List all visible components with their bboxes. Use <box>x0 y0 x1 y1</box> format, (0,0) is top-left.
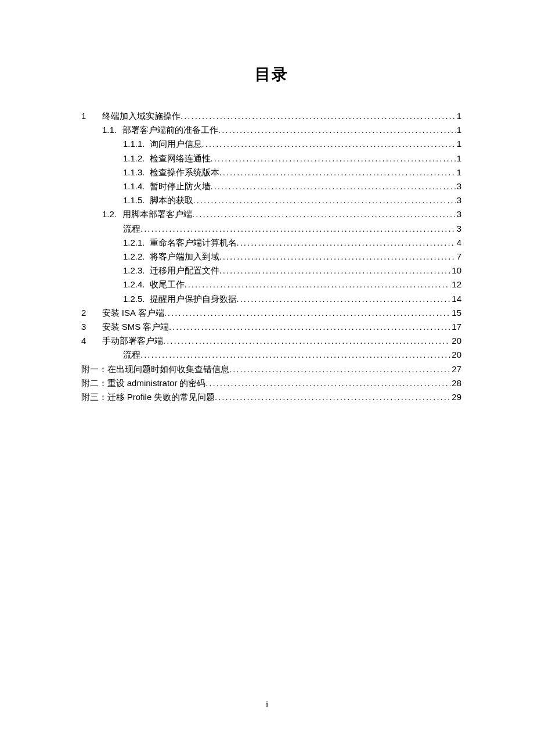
toc-leader-dots <box>205 376 450 390</box>
toc-entry[interactable]: 附三：迁移 Profile 失败的常见问题29 <box>81 390 461 404</box>
toc-entry-number: 1.2. <box>102 207 117 221</box>
toc-leader-dots <box>215 390 450 404</box>
toc-entry-page: 20 <box>450 334 461 348</box>
toc-entry-page: 15 <box>450 306 461 320</box>
toc-entry-page: 3 <box>456 222 461 236</box>
toc-entry-page: 1 <box>456 109 461 123</box>
toc-entry-number: 附三： <box>81 390 107 404</box>
toc-entry[interactable]: 1.2.4.收尾工作12 <box>81 278 461 291</box>
toc-entry[interactable]: 1.1.1.询问用户信息1 <box>81 137 461 151</box>
toc-entry[interactable]: 1终端加入域实施操作1 <box>81 109 461 123</box>
toc-leader-dots <box>192 207 456 221</box>
toc-entry[interactable]: 1.1.4.暂时停止防火墙3 <box>81 179 461 193</box>
toc-entry-label: 在出现问题时如何收集查错信息 <box>107 362 229 376</box>
toc-leader-dots <box>218 123 456 137</box>
toc-entry[interactable]: 1.2.1.重命名客户端计算机名4 <box>81 236 461 250</box>
toc-entry-page: 7 <box>456 250 461 264</box>
toc-entry-page: 28 <box>450 376 461 390</box>
toc-entry-page: 1 <box>456 123 461 137</box>
toc-entry-label: 收尾工作 <box>150 278 185 291</box>
toc-entry-page: 1 <box>456 165 461 179</box>
toc-entry-label: 部署客户端前的准备工作 <box>122 123 218 137</box>
toc-entry-number: 附一： <box>81 362 107 376</box>
document-page: 目录 1终端加入域实施操作11.1.部署客户端前的准备工作11.1.1.询问用户… <box>0 0 534 756</box>
toc-entry-number: 1.2.4. <box>123 278 145 291</box>
toc-entry-label: 流程 <box>123 222 140 236</box>
toc-entry-label: 脚本的获取 <box>150 193 193 207</box>
toc-entry-number: 1.1.4. <box>123 179 145 193</box>
toc-leader-dots <box>164 306 451 320</box>
toc-entry-number: 1.1.1. <box>123 137 145 151</box>
toc-entry-label: 提醒用户保护自身数据 <box>150 292 237 306</box>
toc-entry-number: 1.1.5. <box>123 193 145 207</box>
toc-entry-label: 用脚本部署客户端 <box>122 207 192 221</box>
toc-entry-label: 询问用户信息 <box>150 137 202 151</box>
toc-entry-number: 1.2.2. <box>123 250 145 264</box>
toc-entry[interactable]: 1.1.3.检查操作系统版本1 <box>81 165 461 179</box>
toc-entry-page: 10 <box>450 264 461 278</box>
toc-entry-page: 3 <box>456 179 461 193</box>
toc-leader-dots <box>211 152 456 165</box>
toc-entry[interactable]: 1.2.3.迁移用户配置文件10 <box>81 264 461 278</box>
toc-entry-page: 17 <box>450 320 461 334</box>
toc-entry[interactable]: 1.2.5.提醒用户保护自身数据14 <box>81 292 461 306</box>
toc-leader-dots <box>229 362 450 376</box>
toc-entry-page: 20 <box>450 348 461 362</box>
toc-entry-number: 1.2.5. <box>123 292 145 306</box>
toc-entry[interactable]: 流程20 <box>81 348 461 362</box>
toc-leader-dots <box>211 179 456 193</box>
toc-leader-dots <box>193 193 456 207</box>
toc-entry[interactable]: 2安装 ISA 客户端15 <box>81 306 461 320</box>
toc-entry[interactable]: 1.2.2.将客户端加入到域7 <box>81 250 461 264</box>
toc-entry-label: 迁移用户配置文件 <box>150 264 219 278</box>
toc-leader-dots <box>219 264 451 278</box>
toc-leader-dots <box>219 250 456 264</box>
toc-entry[interactable]: 流程3 <box>81 222 461 236</box>
toc-entry[interactable]: 4手动部署客户端20 <box>81 334 461 348</box>
toc-entry-number: 附二： <box>81 376 107 390</box>
toc-leader-dots <box>202 137 456 151</box>
toc-entry-page: 1 <box>456 152 461 165</box>
toc-entry-page: 1 <box>456 137 461 151</box>
toc-entry[interactable]: 1.2.用脚本部署客户端3 <box>81 207 461 221</box>
toc-entry-label: 检查操作系统版本 <box>150 165 219 179</box>
toc-entry[interactable]: 附二：重设 administrator 的密码28 <box>81 376 461 390</box>
toc-entry-number: 3 <box>81 320 102 334</box>
toc-entry-number: 1.1.2. <box>123 152 145 165</box>
toc-entry[interactable]: 1.1.5.脚本的获取3 <box>81 193 461 207</box>
toc-entry-page: 12 <box>450 278 461 291</box>
toc-leader-dots <box>219 165 456 179</box>
toc-entry-page: 29 <box>450 390 461 404</box>
toc-entry-label: 将客户端加入到域 <box>150 250 219 264</box>
toc-leader-dots <box>140 222 456 236</box>
toc-entry[interactable]: 1.1.2.检查网络连通性1 <box>81 152 461 165</box>
toc-entry-page: 4 <box>456 236 461 250</box>
toc-leader-dots <box>185 278 451 291</box>
toc-list: 1终端加入域实施操作11.1.部署客户端前的准备工作11.1.1.询问用户信息1… <box>81 109 461 404</box>
toc-leader-dots <box>163 334 450 348</box>
toc-entry[interactable]: 1.1.部署客户端前的准备工作1 <box>81 123 461 137</box>
toc-leader-dots <box>140 348 450 362</box>
toc-entry-number: 4 <box>81 334 102 348</box>
toc-leader-dots <box>237 236 456 250</box>
toc-entry-page: 3 <box>456 193 461 207</box>
toc-entry-label: 重命名客户端计算机名 <box>150 236 237 250</box>
toc-entry-number: 1.1.3. <box>123 165 145 179</box>
toc-entry-label: 安装 ISA 客户端 <box>102 306 164 320</box>
toc-entry-number: 2 <box>81 306 102 320</box>
toc-entry-label: 手动部署客户端 <box>102 334 163 348</box>
toc-entry-page: 3 <box>456 207 461 221</box>
toc-entry-label: 重设 administrator 的密码 <box>107 376 205 390</box>
toc-leader-dots <box>181 109 456 123</box>
toc-entry-page: 14 <box>450 292 461 306</box>
toc-entry[interactable]: 附一：在出现问题时如何收集查错信息27 <box>81 362 461 376</box>
toc-entry-number: 1.2.1. <box>123 236 145 250</box>
toc-entry-label: 检查网络连通性 <box>150 152 211 165</box>
toc-entry-label: 迁移 Profile 失败的常见问题 <box>107 390 215 404</box>
toc-entry-label: 终端加入域实施操作 <box>102 109 181 123</box>
toc-entry[interactable]: 3安装 SMS 客户端17 <box>81 320 461 334</box>
toc-entry-label: 暂时停止防火墙 <box>150 179 211 193</box>
toc-entry-number: 1.1. <box>102 123 117 137</box>
toc-entry-page: 27 <box>450 362 461 376</box>
toc-entry-number: 1 <box>81 109 102 123</box>
